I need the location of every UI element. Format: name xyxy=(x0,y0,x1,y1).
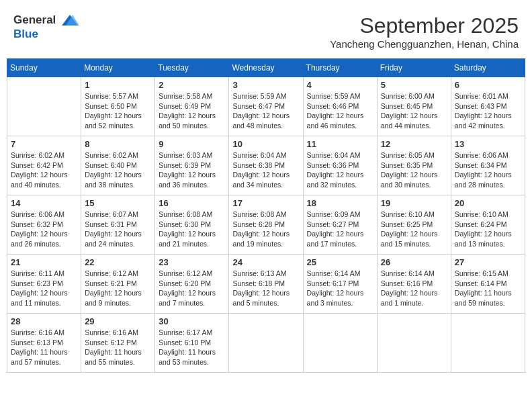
calendar-cell: 9Sunrise: 6:03 AM Sunset: 6:39 PM Daylig… xyxy=(155,136,229,195)
day-number: 10 xyxy=(232,139,299,149)
day-number: 16 xyxy=(159,198,225,208)
calendar-cell: 28Sunrise: 6:16 AM Sunset: 6:13 PM Dayli… xyxy=(7,314,81,373)
day-info: Sunrise: 6:06 AM Sunset: 6:32 PM Dayligh… xyxy=(11,210,77,249)
day-number: 19 xyxy=(381,198,447,208)
day-number: 22 xyxy=(85,257,151,267)
day-info: Sunrise: 6:10 AM Sunset: 6:24 PM Dayligh… xyxy=(455,210,521,249)
calendar-cell xyxy=(303,314,377,373)
logo-line2: Blue xyxy=(13,28,79,41)
day-number: 30 xyxy=(159,316,225,326)
day-info: Sunrise: 6:12 AM Sunset: 6:21 PM Dayligh… xyxy=(85,269,151,308)
day-number: 14 xyxy=(11,198,77,208)
calendar-cell: 21Sunrise: 6:11 AM Sunset: 6:23 PM Dayli… xyxy=(7,255,81,314)
calendar-cell: 20Sunrise: 6:10 AM Sunset: 6:24 PM Dayli… xyxy=(451,195,525,255)
weekday-header: Saturday xyxy=(451,59,525,77)
calendar-cell: 5Sunrise: 6:00 AM Sunset: 6:45 PM Daylig… xyxy=(377,77,451,136)
day-number: 18 xyxy=(307,198,373,208)
calendar-cell: 11Sunrise: 6:04 AM Sunset: 6:36 PM Dayli… xyxy=(303,136,377,195)
day-info: Sunrise: 6:08 AM Sunset: 6:30 PM Dayligh… xyxy=(159,210,225,249)
calendar-cell: 13Sunrise: 6:06 AM Sunset: 6:34 PM Dayli… xyxy=(451,136,525,195)
calendar-cell xyxy=(451,314,525,373)
day-info: Sunrise: 6:00 AM Sunset: 6:45 PM Dayligh… xyxy=(381,91,447,131)
calendar-week-row: 21Sunrise: 6:11 AM Sunset: 6:23 PM Dayli… xyxy=(7,255,525,314)
calendar-cell: 8Sunrise: 6:02 AM Sunset: 6:40 PM Daylig… xyxy=(81,136,155,195)
calendar-cell: 29Sunrise: 6:16 AM Sunset: 6:12 PM Dayli… xyxy=(81,314,155,373)
day-info: Sunrise: 6:02 AM Sunset: 6:42 PM Dayligh… xyxy=(11,150,77,190)
weekday-header: Sunday xyxy=(7,59,81,77)
day-number: 3 xyxy=(232,80,299,90)
calendar-header-row: SundayMondayTuesdayWednesdayThursdayFrid… xyxy=(7,59,525,77)
calendar-cell: 24Sunrise: 6:13 AM Sunset: 6:18 PM Dayli… xyxy=(229,255,303,314)
calendar-cell: 23Sunrise: 6:12 AM Sunset: 6:20 PM Dayli… xyxy=(155,255,229,314)
day-info: Sunrise: 6:12 AM Sunset: 6:20 PM Dayligh… xyxy=(159,269,225,308)
day-number: 17 xyxy=(232,198,299,208)
calendar-cell: 10Sunrise: 6:04 AM Sunset: 6:38 PM Dayli… xyxy=(229,136,303,195)
day-info: Sunrise: 6:02 AM Sunset: 6:40 PM Dayligh… xyxy=(85,150,151,190)
day-info: Sunrise: 6:06 AM Sunset: 6:34 PM Dayligh… xyxy=(455,150,521,190)
day-number: 2 xyxy=(159,80,225,90)
day-number: 24 xyxy=(232,257,299,267)
day-number: 28 xyxy=(11,316,77,326)
calendar-cell: 25Sunrise: 6:14 AM Sunset: 6:17 PM Dayli… xyxy=(303,255,377,314)
calendar-cell: 26Sunrise: 6:14 AM Sunset: 6:16 PM Dayli… xyxy=(377,255,451,314)
calendar-cell: 1Sunrise: 5:57 AM Sunset: 6:50 PM Daylig… xyxy=(81,77,155,136)
location-subtitle: Yancheng Chengguanzhen, Henan, China xyxy=(330,38,519,50)
calendar-cell xyxy=(377,314,451,373)
day-info: Sunrise: 6:16 AM Sunset: 6:12 PM Dayligh… xyxy=(85,328,151,367)
day-number: 13 xyxy=(455,139,521,149)
logo-line1: General xyxy=(13,13,79,28)
day-number: 25 xyxy=(307,257,373,267)
day-info: Sunrise: 5:59 AM Sunset: 6:47 PM Dayligh… xyxy=(232,91,299,131)
day-number: 6 xyxy=(455,80,521,90)
day-info: Sunrise: 6:16 AM Sunset: 6:13 PM Dayligh… xyxy=(11,328,77,367)
month-title: September 2025 xyxy=(330,13,519,38)
calendar-cell: 22Sunrise: 6:12 AM Sunset: 6:21 PM Dayli… xyxy=(81,255,155,314)
day-info: Sunrise: 6:08 AM Sunset: 6:28 PM Dayligh… xyxy=(232,210,299,249)
calendar-cell: 7Sunrise: 6:02 AM Sunset: 6:42 PM Daylig… xyxy=(7,136,81,195)
calendar-cell: 19Sunrise: 6:10 AM Sunset: 6:25 PM Dayli… xyxy=(377,195,451,255)
day-number: 5 xyxy=(381,80,447,90)
title-block: September 2025 Yancheng Chengguanzhen, H… xyxy=(330,13,519,50)
day-info: Sunrise: 6:04 AM Sunset: 6:38 PM Dayligh… xyxy=(232,150,299,190)
day-number: 9 xyxy=(159,139,225,149)
calendar-cell: 4Sunrise: 5:59 AM Sunset: 6:46 PM Daylig… xyxy=(303,77,377,136)
day-number: 4 xyxy=(307,80,373,90)
day-info: Sunrise: 6:01 AM Sunset: 6:43 PM Dayligh… xyxy=(455,91,521,131)
calendar-cell: 27Sunrise: 6:15 AM Sunset: 6:14 PM Dayli… xyxy=(451,255,525,314)
day-number: 8 xyxy=(85,139,151,149)
weekday-header: Friday xyxy=(377,59,451,77)
day-number: 26 xyxy=(381,257,447,267)
day-info: Sunrise: 6:15 AM Sunset: 6:14 PM Dayligh… xyxy=(455,269,521,308)
calendar-cell xyxy=(7,77,81,136)
day-info: Sunrise: 6:14 AM Sunset: 6:16 PM Dayligh… xyxy=(381,269,447,308)
day-number: 7 xyxy=(11,139,77,149)
calendar-table: SundayMondayTuesdayWednesdayThursdayFrid… xyxy=(7,58,525,373)
calendar-week-row: 7Sunrise: 6:02 AM Sunset: 6:42 PM Daylig… xyxy=(7,136,525,195)
calendar-cell: 14Sunrise: 6:06 AM Sunset: 6:32 PM Dayli… xyxy=(7,195,81,255)
day-info: Sunrise: 5:58 AM Sunset: 6:49 PM Dayligh… xyxy=(159,91,225,131)
weekday-header: Wednesday xyxy=(229,59,303,77)
calendar-cell: 18Sunrise: 6:09 AM Sunset: 6:27 PM Dayli… xyxy=(303,195,377,255)
day-number: 11 xyxy=(307,139,373,149)
day-info: Sunrise: 6:17 AM Sunset: 6:10 PM Dayligh… xyxy=(159,328,225,367)
weekday-header: Monday xyxy=(81,59,155,77)
page-header: General Blue September 2025 Yancheng Che… xyxy=(7,7,525,53)
calendar-cell: 2Sunrise: 5:58 AM Sunset: 6:49 PM Daylig… xyxy=(155,77,229,136)
day-info: Sunrise: 5:57 AM Sunset: 6:50 PM Dayligh… xyxy=(85,91,151,131)
weekday-header: Tuesday xyxy=(155,59,229,77)
day-info: Sunrise: 6:05 AM Sunset: 6:35 PM Dayligh… xyxy=(381,150,447,190)
weekday-header: Thursday xyxy=(303,59,377,77)
calendar-week-row: 1Sunrise: 5:57 AM Sunset: 6:50 PM Daylig… xyxy=(7,77,525,136)
calendar-cell xyxy=(229,314,303,373)
calendar-cell: 12Sunrise: 6:05 AM Sunset: 6:35 PM Dayli… xyxy=(377,136,451,195)
calendar-week-row: 14Sunrise: 6:06 AM Sunset: 6:32 PM Dayli… xyxy=(7,195,525,255)
logo-icon xyxy=(60,13,79,28)
day-info: Sunrise: 6:04 AM Sunset: 6:36 PM Dayligh… xyxy=(307,150,373,190)
calendar-cell: 16Sunrise: 6:08 AM Sunset: 6:30 PM Dayli… xyxy=(155,195,229,255)
calendar-cell: 17Sunrise: 6:08 AM Sunset: 6:28 PM Dayli… xyxy=(229,195,303,255)
day-number: 1 xyxy=(85,80,151,90)
day-number: 29 xyxy=(85,316,151,326)
day-info: Sunrise: 6:10 AM Sunset: 6:25 PM Dayligh… xyxy=(381,210,447,249)
calendar-cell: 3Sunrise: 5:59 AM Sunset: 6:47 PM Daylig… xyxy=(229,77,303,136)
day-info: Sunrise: 6:13 AM Sunset: 6:18 PM Dayligh… xyxy=(232,269,299,308)
